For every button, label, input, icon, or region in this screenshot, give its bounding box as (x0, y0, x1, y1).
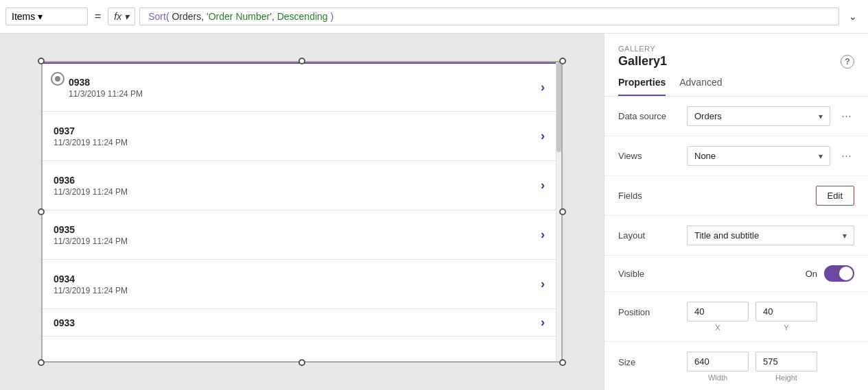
handle-top-right[interactable] (559, 58, 566, 64)
layout-label: Layout (618, 230, 687, 241)
handle-bottom-left[interactable] (38, 359, 45, 366)
gallery-item-title: 0937 (54, 125, 541, 136)
data-source-text: Orders (694, 111, 819, 121)
size-width-input[interactable] (687, 352, 749, 371)
layout-row: Layout Title and subtitle ▾ (605, 216, 868, 256)
items-dropdown[interactable]: Items ▾ (5, 8, 88, 25)
layout-dropdown[interactable]: Title and subtitle ▾ (687, 226, 854, 245)
dropdown-arrow-icon: ▾ (819, 151, 823, 161)
fx-label: fx (114, 11, 121, 22)
position-y-field: Y (755, 302, 817, 332)
views-value: None ▾ ··· (687, 146, 854, 166)
equals-symbol: = (92, 10, 104, 23)
gallery-item-title: 0933 (54, 317, 541, 328)
visible-toggle[interactable] (824, 265, 854, 282)
toggle-thumb (839, 267, 853, 280)
gallery-item-chevron-icon: › (541, 129, 545, 143)
fields-row: Fields Edit (605, 176, 868, 216)
position-x-input[interactable] (687, 302, 749, 321)
gallery-item-subtitle: 11/3/2019 11:24 PM (54, 187, 541, 197)
fields-edit-button[interactable]: Edit (816, 186, 854, 206)
data-source-dropdown[interactable]: Orders ▾ (687, 106, 830, 126)
views-text: None (694, 151, 819, 161)
formula-bar[interactable]: Sort( Orders, 'Order Number', Descending… (139, 8, 839, 25)
layout-text: Title and subtitle (694, 230, 843, 241)
size-height-field: Height (755, 352, 817, 382)
fields-value: Edit (687, 186, 854, 206)
position-y-input[interactable] (755, 302, 817, 321)
visible-state-text: On (806, 269, 817, 279)
position-x-label: X (715, 324, 720, 332)
formula-expand-icon[interactable]: ⌄ (843, 8, 863, 25)
gallery-item-chevron-icon: › (541, 228, 545, 242)
gallery-item-content: 0938 11/3/2019 11:24 PM (69, 77, 541, 99)
gallery-item-title: 0938 (69, 77, 541, 88)
gallery-item-title: 0936 (54, 175, 541, 186)
gallery-item-subtitle: 11/3/2019 11:24 PM (54, 236, 541, 246)
handle-bottom-right[interactable] (559, 359, 566, 366)
gallery-item-content: 0933 (54, 317, 541, 328)
dropdown-arrow-icon: ▾ (843, 231, 847, 241)
gallery-items-list: 0938 11/3/2019 11:24 PM › 0937 11/3/2019… (43, 62, 556, 361)
gallery-item-chevron-icon: › (541, 178, 545, 193)
gallery-item-subtitle: 11/3/2019 11:24 PM (54, 286, 541, 295)
views-more-icon[interactable]: ··· (838, 149, 854, 163)
scrollbar-thumb[interactable] (556, 62, 561, 152)
help-icon[interactable]: ? (841, 55, 854, 69)
tab-advanced[interactable]: Advanced (679, 77, 722, 96)
gallery-item[interactable]: 0934 11/3/2019 11:24 PM › (43, 260, 556, 309)
data-source-value: Orders ▾ ··· (687, 106, 854, 126)
fx-dropdown[interactable]: fx ▾ (108, 8, 135, 25)
gallery-component[interactable]: 0938 11/3/2019 11:24 PM › 0937 11/3/2019… (41, 61, 563, 363)
handle-top-middle[interactable] (298, 58, 305, 64)
handle-middle-right[interactable] (559, 208, 566, 215)
size-label: Size (618, 357, 687, 367)
visible-row: Visible On (605, 256, 868, 292)
gallery-section-label: GALLERY (618, 45, 854, 53)
visible-value: On (687, 265, 854, 282)
gallery-item[interactable]: 0933 › (43, 309, 556, 337)
gallery-item-title: 0935 (54, 224, 541, 235)
items-label: Items (12, 11, 35, 22)
panel-tabs: Properties Advanced (605, 69, 868, 97)
gallery-item-content: 0936 11/3/2019 11:24 PM (54, 175, 541, 197)
gallery-item-content: 0934 11/3/2019 11:24 PM (54, 273, 541, 295)
panel-header: GALLERY Gallery1 ? (605, 34, 868, 69)
data-source-label: Data source (618, 111, 687, 121)
size-height-input[interactable] (755, 352, 817, 371)
panel-title-row: Gallery1 ? (618, 54, 854, 69)
gallery-item-chevron-icon: › (541, 315, 545, 330)
position-x-field: X (687, 302, 749, 332)
gallery-item-subtitle: 11/3/2019 11:24 PM (54, 138, 541, 147)
tab-properties[interactable]: Properties (618, 77, 666, 96)
gallery-item[interactable]: 0938 11/3/2019 11:24 PM › (43, 62, 556, 112)
panel-properties: Data source Orders ▾ ··· Views None ▾ (605, 97, 868, 390)
gallery-item-title: 0934 (54, 273, 541, 284)
gallery-item-subtitle: 11/3/2019 11:24 PM (69, 89, 541, 99)
gallery-item-content: 0935 11/3/2019 11:24 PM (54, 224, 541, 246)
topbar: Items ▾ = fx ▾ Sort( Orders, 'Order Numb… (0, 0, 868, 34)
selection-circle (51, 72, 64, 86)
gallery-item[interactable]: 0937 11/3/2019 11:24 PM › (43, 112, 556, 161)
visible-label: Visible (618, 269, 687, 279)
size-height-label: Height (775, 374, 797, 382)
handle-bottom-middle[interactable] (298, 359, 305, 366)
handle-middle-left[interactable] (38, 208, 45, 215)
gallery-name: Gallery1 (618, 54, 667, 69)
views-dropdown[interactable]: None ▾ (687, 146, 830, 166)
position-inputs: X Y (687, 302, 854, 332)
position-y-label: Y (784, 324, 788, 332)
selection-circle-inner (55, 76, 60, 82)
gallery-item-chevron-icon: › (541, 277, 545, 291)
handle-top-left[interactable] (38, 58, 45, 64)
data-source-more-icon[interactable]: ··· (838, 109, 854, 123)
formula-text: Sort( Orders, 'Order Number', Descending… (148, 11, 333, 22)
main-area: 0938 11/3/2019 11:24 PM › 0937 11/3/2019… (0, 34, 868, 390)
size-inputs: Width Height (687, 352, 854, 382)
fx-chevron-icon: ▾ (124, 11, 129, 22)
position-label: Position (618, 307, 687, 317)
size-row: Size Width Height (605, 342, 868, 390)
dropdown-arrow-icon: ▾ (819, 112, 823, 121)
gallery-item[interactable]: 0936 11/3/2019 11:24 PM › (43, 161, 556, 210)
gallery-item[interactable]: 0935 11/3/2019 11:24 PM › (43, 210, 556, 260)
